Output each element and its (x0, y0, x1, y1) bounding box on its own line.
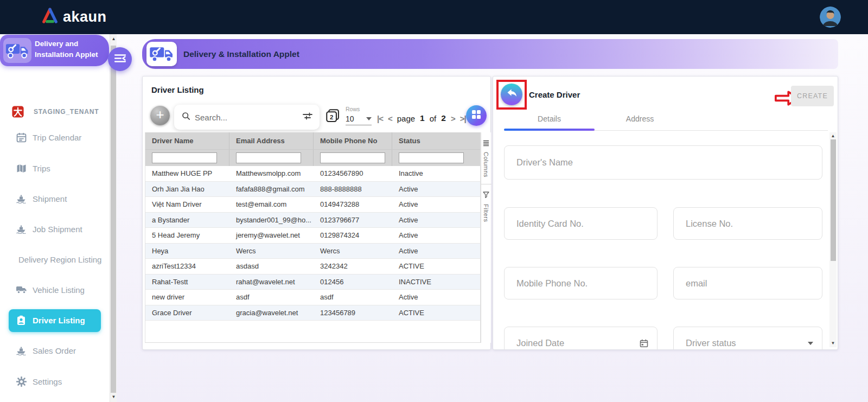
email-input[interactable] (674, 267, 822, 299)
ship-icon (15, 225, 27, 234)
sidebar-item-settings[interactable]: Settings (0, 371, 110, 392)
create-driver-panel: Create Driver CREATE Details Address (493, 76, 838, 350)
sidebar-item-staging-tenant[interactable]: STAGING_TENANT (0, 101, 110, 123)
mobile-phone-input[interactable] (505, 267, 657, 299)
pagination: |< < page 1 of 2 > >| (377, 113, 466, 123)
sidebar-collapse-button[interactable] (108, 47, 132, 71)
driver-table: Driver Name Email Address Mobile Phone N… (145, 132, 481, 343)
sidebar-item-delivery-region-listing[interactable]: Delivery Region Listing (0, 248, 110, 270)
table-header-row: Driver Name Email Address Mobile Phone N… (145, 132, 480, 149)
table-cell: gracia@wavelet.net (229, 305, 314, 321)
sidebar-item-sales-order[interactable]: Sales Order (0, 340, 110, 361)
table-cell: Matthew HUGE PP (145, 166, 229, 181)
filter-input-driver-name[interactable] (152, 152, 217, 163)
sidebar: Delivery and Installation Applet STAGING… (0, 34, 110, 402)
table-row[interactable]: azriTest12334asdasd3242342ACTIVE (145, 259, 480, 275)
prev-page-button[interactable]: < (388, 114, 392, 123)
scrollbar-thumb[interactable] (831, 139, 836, 261)
filter-input-status[interactable] (399, 152, 464, 163)
sidebar-item-job-shipment[interactable]: Job Shipment (0, 218, 110, 240)
table-cell: azriTest12334 (145, 259, 229, 274)
active-tab-underline (504, 129, 595, 131)
sidebar-item-trips[interactable]: Trips (0, 157, 110, 179)
license-no-field (673, 207, 822, 240)
table-cell: 012456 (314, 275, 392, 290)
tab-details[interactable]: Details (504, 114, 595, 123)
first-page-button[interactable]: |< (377, 114, 383, 123)
user-avatar[interactable] (820, 7, 841, 28)
filter-input-mobile[interactable] (320, 152, 385, 163)
search-input[interactable] (195, 113, 303, 122)
table-row[interactable]: a Bystanderbystander001_99@ho...01237966… (145, 213, 480, 228)
scrollbar-up-arrow[interactable]: ▲ (110, 36, 117, 42)
driver-status-field (673, 327, 822, 350)
filters-funnel-icon[interactable] (483, 191, 489, 201)
table-cell: bystander001_99@ho... (229, 213, 314, 228)
grid-view-button[interactable] (466, 105, 487, 126)
identity-card-input[interactable] (505, 208, 657, 239)
table-cell: Việt Nam Driver (145, 197, 229, 212)
rows-per-page-select[interactable]: 10 (346, 114, 372, 125)
table-row[interactable]: new driverasdfasdfActive (145, 290, 480, 305)
add-driver-button[interactable]: + (150, 106, 170, 125)
table-cell: Wercs (314, 244, 392, 259)
table-cell: 0129874324 (314, 228, 392, 243)
sidebar-item-shipment[interactable]: Shipment (0, 188, 110, 209)
gear-icon (15, 377, 27, 387)
table-cell: rahat@wavelet.net (229, 275, 314, 290)
rows-label: Rows (346, 106, 374, 112)
sidebar-item-driver-listing[interactable]: Driver Listing (0, 309, 110, 331)
column-header-driver-name[interactable]: Driver Name (145, 132, 229, 149)
table-cell: ACTIVE (392, 259, 480, 274)
scrollbar-down-arrow[interactable]: ▼ (829, 341, 837, 346)
columns-icon[interactable] (483, 139, 489, 149)
delivery-truck-icon (146, 42, 177, 66)
rows-per-page-control: Rows 10 (346, 106, 374, 125)
license-no-input[interactable] (674, 208, 822, 239)
table-row[interactable]: Grace Drivergracia@wavelet.net123456789A… (145, 305, 480, 321)
column-header-email[interactable]: Email Address (229, 132, 314, 149)
scrollbar-up-arrow[interactable]: ▲ (829, 133, 837, 139)
panel-title: Driver Listing (151, 85, 204, 94)
application-window: akaun (0, 0, 868, 402)
column-header-status[interactable]: Status (392, 132, 480, 149)
table-side-tools: Columns Filters (481, 132, 491, 343)
map-icon (15, 164, 27, 173)
table-cell: new driver (145, 290, 229, 305)
table-row[interactable]: Orh Jian Jia Haofafafa888@gmail.com888-8… (145, 182, 480, 197)
filters-tool-label[interactable]: Filters (483, 204, 489, 222)
svg-text:2: 2 (330, 114, 333, 120)
table-row[interactable]: Matthew HUGE PPMatthewsmolpp.com01234567… (145, 166, 480, 182)
multi-page-view-icon[interactable]: 2 (326, 109, 340, 125)
last-page-button[interactable]: >| (460, 114, 466, 123)
grid-icon (472, 110, 481, 121)
driver-table-body: Matthew HUGE PPMatthewsmolpp.com01234567… (145, 166, 480, 321)
chevron-down-icon[interactable] (808, 342, 813, 345)
calendar-picker-icon[interactable] (640, 339, 648, 350)
annotation-back-button-highlight-box (496, 80, 527, 110)
sidebar-item-vehicle-listing[interactable]: Vehicle Listing (0, 279, 110, 301)
table-cell: Active (392, 290, 480, 305)
column-header-mobile[interactable]: Mobile Phone No (314, 132, 392, 149)
driver-status-select[interactable] (674, 327, 822, 350)
calendar-icon (15, 132, 27, 143)
table-cell: INACTIVE (392, 275, 480, 290)
filter-sort-icon[interactable] (303, 112, 312, 122)
drivers-name-input[interactable] (505, 146, 822, 179)
table-row[interactable]: HeyaWercsWercsActive (145, 244, 480, 259)
table-row[interactable]: Việt Nam Drivertest@email.com0149473288A… (145, 197, 480, 213)
sidebar-item-trip-calendar[interactable]: Trip Calendar (0, 126, 110, 148)
create-button[interactable]: CREATE (791, 86, 834, 106)
table-cell: Active (392, 197, 480, 212)
page-header-banner: Delivery & Installation Applet (142, 39, 838, 69)
filter-input-email[interactable] (236, 152, 301, 163)
table-row[interactable]: 5 Head Jeremyjeremy@wavelet.net012987432… (145, 228, 480, 244)
columns-tool-label[interactable]: Columns (483, 152, 489, 177)
table-row[interactable]: Rahat-Testtrahat@wavelet.net012456INACTI… (145, 275, 480, 290)
joined-date-input[interactable] (505, 327, 657, 350)
table-cell: asdf (314, 290, 392, 305)
tab-address[interactable]: Address (595, 114, 685, 123)
scrollbar-down-arrow[interactable]: ▼ (110, 394, 117, 400)
next-page-button[interactable]: > (451, 114, 455, 123)
scrollbar-thumb[interactable] (111, 46, 116, 393)
